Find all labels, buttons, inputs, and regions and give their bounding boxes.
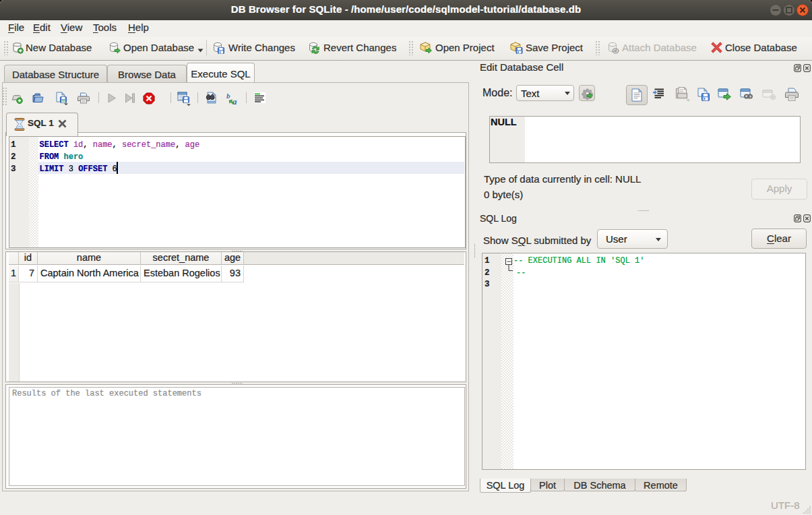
svg-text:b: b (226, 92, 230, 100)
